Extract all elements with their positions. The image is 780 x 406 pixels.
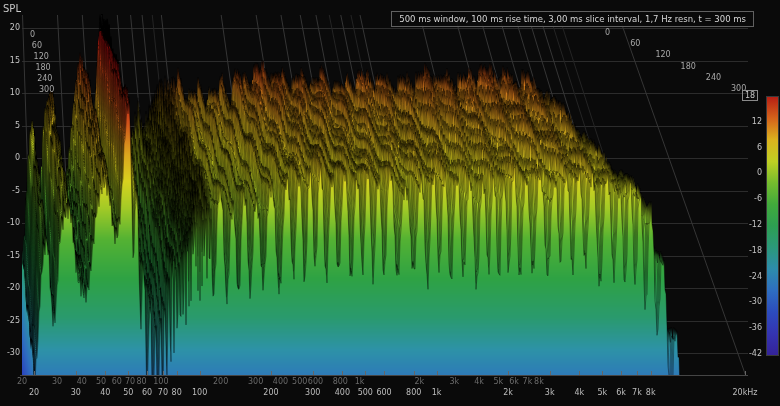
waterfall-canvas[interactable] [0,0,780,406]
colorbar [766,96,779,356]
measurement-settings-label: 500 ms window, 100 ms rise time, 3,00 ms… [391,11,754,27]
spl-axis-title: SPL [3,3,21,14]
waterfall-chart: SPL 500 ms window, 100 ms rise time, 3,0… [0,0,780,406]
